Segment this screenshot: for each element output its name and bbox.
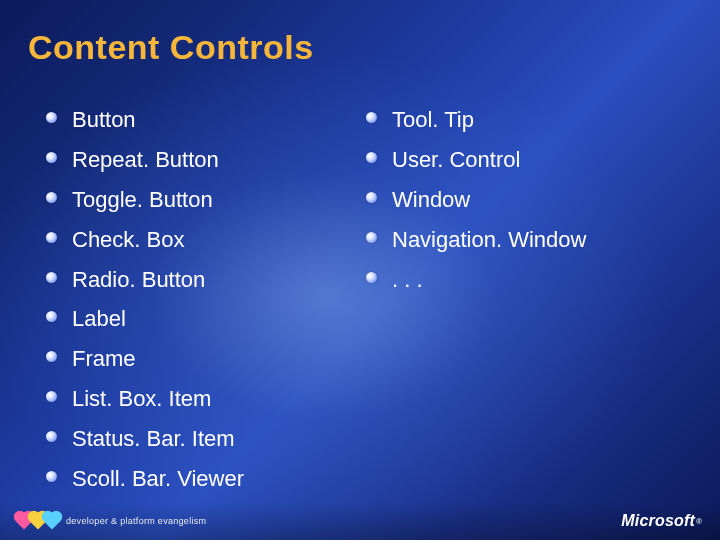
list-item: Repeat. Button: [40, 140, 360, 180]
list-item: Window: [360, 180, 680, 220]
list-item: User. Control: [360, 140, 680, 180]
left-column: Button Repeat. Button Toggle. Button Che…: [40, 100, 360, 499]
registered-mark: ®: [696, 517, 702, 526]
content-columns: Button Repeat. Button Toggle. Button Che…: [40, 100, 680, 499]
footer-tagline: developer & platform evangelism: [66, 516, 206, 526]
list-item: Label: [40, 299, 360, 339]
list-item: Scoll. Bar. Viewer: [40, 459, 360, 499]
microsoft-logo: Microsoft ®: [621, 512, 702, 530]
list-item: List. Box. Item: [40, 379, 360, 419]
left-list: Button Repeat. Button Toggle. Button Che…: [40, 100, 360, 499]
list-item: Check. Box: [40, 220, 360, 260]
list-item: Tool. Tip: [360, 100, 680, 140]
slide: Content Controls Button Repeat. Button T…: [0, 0, 720, 540]
slide-title: Content Controls: [28, 28, 314, 67]
list-item: Status. Bar. Item: [40, 419, 360, 459]
footer-left: developer & platform evangelism: [18, 515, 206, 527]
brand-text: Microsoft: [621, 512, 695, 530]
heart-icon: [44, 513, 61, 530]
hearts-icon: [18, 515, 58, 527]
footer: developer & platform evangelism Microsof…: [0, 502, 720, 540]
list-item: Navigation. Window: [360, 220, 680, 260]
list-item: Button: [40, 100, 360, 140]
list-item: Frame: [40, 339, 360, 379]
list-item: . . .: [360, 260, 680, 300]
right-column: Tool. Tip User. Control Window Navigatio…: [360, 100, 680, 499]
right-list: Tool. Tip User. Control Window Navigatio…: [360, 100, 680, 299]
list-item: Radio. Button: [40, 260, 360, 300]
list-item: Toggle. Button: [40, 180, 360, 220]
